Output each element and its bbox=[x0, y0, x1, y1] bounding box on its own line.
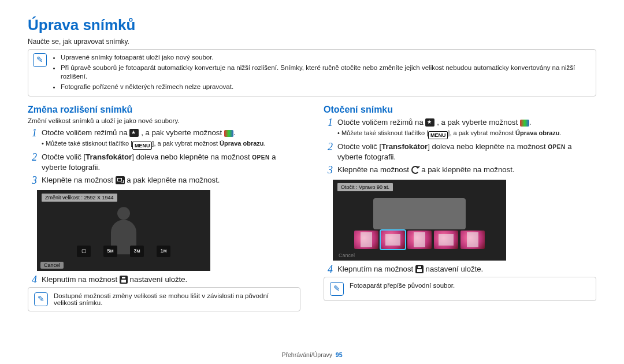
rotate-step-2: 2 Otočte volič [Transfokátor] doleva neb… bbox=[324, 142, 596, 162]
step-text: a pak klepněte na možnost. bbox=[127, 176, 220, 184]
palette-icon bbox=[224, 130, 233, 137]
mock-size-option: 5м bbox=[103, 246, 117, 257]
mock-rotate-option bbox=[434, 231, 458, 249]
bold-term: Transfokátor bbox=[86, 153, 132, 161]
step-text: Otočte volič [ bbox=[42, 153, 86, 161]
resize-note-text: Dostupné možnosti změny velikosti se moh… bbox=[54, 292, 294, 306]
note-icon bbox=[33, 53, 47, 67]
open-label: OPEN bbox=[548, 144, 565, 150]
bold-term: Úprava obrazu bbox=[515, 129, 559, 136]
step-subtext: Můžete také stisknout tlačítko [ bbox=[46, 140, 132, 147]
step-number: 2 bbox=[324, 142, 333, 162]
top-note: Při úpravě souborů je fotoaparát automat… bbox=[61, 64, 591, 81]
menu-button-icon: MENU bbox=[132, 142, 152, 150]
step-text: Klepněte na možnost bbox=[337, 165, 411, 174]
mode-dial-icon bbox=[129, 129, 139, 137]
step-number: 2 bbox=[28, 152, 37, 173]
rotate-note-text: Fotoaparát přepíše původní soubor. bbox=[350, 282, 455, 296]
page-title: Úprava snímků bbox=[28, 16, 596, 34]
mock-rotate-option bbox=[460, 231, 485, 249]
step-text: Klepnutím na možnost bbox=[42, 275, 120, 284]
col-resize: Změna rozlišení snímků Změní velikost sn… bbox=[28, 101, 300, 315]
resize-step-3: 3 Klepněte na možnost a pak klepněte na … bbox=[28, 175, 300, 185]
bold-term: Transfokátor bbox=[381, 142, 428, 151]
resize-intro: Změní velikost snímků a uloží je jako no… bbox=[28, 117, 300, 124]
resize-icon bbox=[116, 176, 125, 184]
mock-rotate-option-selected bbox=[381, 231, 405, 249]
step-subtext: Můžete také stisknout tlačítko [ bbox=[341, 129, 428, 136]
section-heading-rotate: Otočení snímku bbox=[324, 105, 596, 115]
bold-term: Úprava obrazu bbox=[220, 140, 263, 147]
step-number: 3 bbox=[324, 165, 333, 175]
step-text: Otočte voličem režimů na bbox=[42, 128, 129, 137]
open-label: OPEN bbox=[252, 154, 269, 161]
mock-screen-resize: Změnit velikost : 2592 X 1944 ▢ 5м 3м 1м… bbox=[37, 190, 210, 271]
step-subtext: ], a pak vybrat možnost bbox=[152, 140, 220, 147]
mock-size-option: ▢ bbox=[77, 246, 91, 257]
rotate-step-1: 1 Otočte voličem režimů na , a pak vyber… bbox=[324, 117, 596, 139]
top-info-box: Upravené snímky fotoaparát uloží jako no… bbox=[28, 49, 596, 96]
step-number: 4 bbox=[28, 274, 37, 285]
mock-cancel-button: Cancel bbox=[336, 252, 357, 259]
step-number: 4 bbox=[324, 264, 333, 274]
step-number: 1 bbox=[28, 128, 37, 150]
section-heading-resize: Změna rozlišení snímků bbox=[28, 105, 300, 115]
page-footer: Přehrávání/Úpravy 95 bbox=[0, 351, 624, 358]
step-text: , a pak vyberte možnost bbox=[141, 128, 224, 137]
step-number: 1 bbox=[324, 117, 333, 139]
menu-button-icon: MENU bbox=[428, 131, 448, 139]
resize-step-1: 1 Otočte voličem režimů na , a pak vyber… bbox=[28, 128, 300, 150]
step-text: , a pak vyberte možnost bbox=[437, 118, 520, 127]
mock-screen-rotate: Otočit : Vpravo 90 st. Cancel bbox=[333, 180, 506, 261]
save-icon bbox=[120, 276, 128, 284]
step-subtext: ], a pak vybrat možnost bbox=[448, 129, 515, 136]
mode-dial-icon bbox=[425, 118, 434, 127]
note-icon bbox=[330, 282, 344, 296]
footer-page-number: 95 bbox=[336, 351, 343, 358]
top-notes-list: Upravené snímky fotoaparát uloží jako no… bbox=[53, 53, 591, 92]
mock-cancel-button: Cancel bbox=[40, 262, 64, 269]
step-text: ] doleva nebo klepněte na možnost bbox=[428, 142, 548, 151]
step-text: Klepněte na možnost bbox=[42, 176, 116, 184]
mock-chip-label: Změnit velikost : 2592 X 1944 bbox=[42, 194, 117, 202]
step-text: Otočte volič [ bbox=[337, 142, 381, 151]
top-note: Fotografie pořízené v některých režimech… bbox=[61, 83, 591, 92]
mock-chip-label: Otočit : Vpravo 90 st. bbox=[337, 183, 393, 191]
save-icon bbox=[415, 265, 424, 273]
step-text: Klepnutím na možnost bbox=[337, 265, 415, 273]
resize-step-2: 2 Otočte volič [Transfokátor] doleva neb… bbox=[28, 152, 300, 173]
rotate-step-4: 4 Klepnutím na možnost nastavení uložte. bbox=[324, 264, 596, 274]
top-note: Upravené snímky fotoaparát uloží jako no… bbox=[61, 53, 591, 62]
rotate-note-box: Fotoaparát přepíše původní soubor. bbox=[324, 277, 596, 301]
col-rotate: Otočení snímku 1 Otočte voličem režimů n… bbox=[324, 101, 596, 315]
page-subtitle: Naučte se, jak upravovat snímky. bbox=[28, 38, 596, 46]
mock-size-option: 1м bbox=[157, 246, 170, 257]
note-icon bbox=[34, 292, 48, 306]
step-text: Otočte voličem režimů na bbox=[337, 118, 425, 127]
rotate-icon bbox=[411, 166, 419, 174]
mock-rotate-option bbox=[354, 231, 378, 249]
resize-note-box: Dostupné možnosti změny velikosti se moh… bbox=[28, 287, 300, 311]
step-text: a pak klepněte na možnost. bbox=[421, 165, 514, 174]
step-text: nastavení uložte. bbox=[426, 265, 484, 273]
step-text: ] doleva nebo klepněte na možnost bbox=[132, 153, 252, 161]
mock-size-option: 3м bbox=[130, 246, 144, 257]
resize-step-4: 4 Klepnutím na možnost nastavení uložte. bbox=[28, 274, 300, 285]
palette-icon bbox=[520, 120, 529, 127]
step-text: nastavení uložte. bbox=[130, 275, 188, 284]
step-number: 3 bbox=[28, 175, 37, 185]
footer-path: Přehrávání/Úpravy bbox=[281, 351, 332, 358]
rotate-step-3: 3 Klepněte na možnost a pak klepněte na … bbox=[324, 165, 596, 175]
mock-rotate-option bbox=[407, 231, 432, 249]
